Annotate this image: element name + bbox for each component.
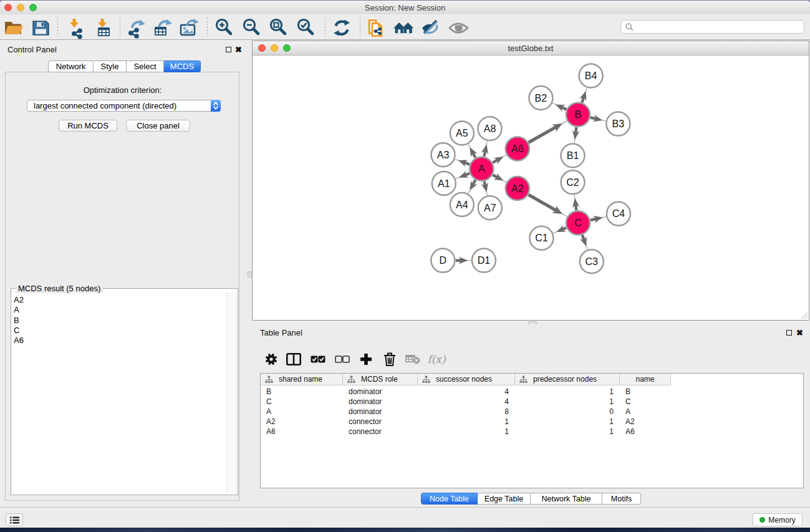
- graph-node-A8[interactable]: A8: [478, 117, 502, 140]
- memory-button[interactable]: Memory: [753, 513, 803, 526]
- graph-node-B2[interactable]: B2: [529, 86, 552, 110]
- mcds-result-item[interactable]: A2: [11, 295, 226, 305]
- mcds-result-item[interactable]: A6: [11, 336, 226, 346]
- hide-selected-button[interactable]: [420, 17, 442, 39]
- home-button[interactable]: [392, 17, 415, 39]
- table-panel-title: Table Panel: [260, 328, 302, 337]
- column-header-name[interactable]: name: [620, 374, 671, 385]
- close-panel-button[interactable]: ✖: [234, 46, 243, 54]
- table-tabs: Node TableEdge TableNetwork TableMotifs: [421, 493, 641, 505]
- zoom-out-icon: [241, 17, 264, 39]
- table-row[interactable]: A6connector11A6: [261, 427, 803, 437]
- network-window-titlebar: testGlobe.txt: [253, 41, 809, 56]
- column-header-predecessor-nodes[interactable]: predecessor nodes: [515, 374, 620, 385]
- mcds-result-item[interactable]: C: [11, 326, 226, 336]
- cell-MCDS-role: dominator: [343, 397, 418, 407]
- deselect-all-button[interactable]: [333, 351, 352, 367]
- graph-node-B1[interactable]: B1: [561, 144, 585, 168]
- svg-text:A2: A2: [511, 183, 524, 194]
- criterion-selected-value: largest connected component (directed): [27, 101, 211, 110]
- mcds-scrollbar[interactable]: [226, 292, 236, 493]
- graph-node-A6[interactable]: A6: [506, 137, 529, 161]
- export-image-button[interactable]: [178, 17, 200, 39]
- import-table-button[interactable]: [92, 17, 115, 39]
- zoom-in-button[interactable]: [214, 17, 236, 39]
- status-bar: Memory: [0, 507, 810, 528]
- view-mode-button[interactable]: [6, 513, 23, 526]
- tab-node-table[interactable]: Node Table: [421, 493, 478, 505]
- clone-network-button[interactable]: [365, 17, 387, 39]
- graph-node-C[interactable]: C: [566, 211, 590, 235]
- table-row[interactable]: Cdominator41C: [261, 397, 803, 407]
- graph-node-A4[interactable]: A4: [450, 193, 474, 216]
- export-network-button[interactable]: [125, 17, 147, 39]
- graph-node-A2[interactable]: A2: [506, 177, 529, 200]
- table-row[interactable]: Bdominator41B: [261, 387, 803, 397]
- graph-node-D[interactable]: D: [431, 249, 455, 273]
- graph-node-A3[interactable]: A3: [432, 143, 455, 167]
- close-panel-button2[interactable]: Close panel: [126, 120, 190, 132]
- save-session-button[interactable]: [29, 17, 52, 39]
- column-header-shared-name[interactable]: shared name: [261, 374, 343, 385]
- search-input[interactable]: [637, 22, 804, 31]
- svg-text:B4: B4: [585, 70, 597, 81]
- import-network-button[interactable]: [65, 17, 87, 39]
- table-settings-button[interactable]: [262, 351, 281, 367]
- open-session-button[interactable]: [2, 17, 24, 39]
- graph-node-A7[interactable]: A7: [478, 196, 502, 220]
- search-box[interactable]: [620, 20, 804, 34]
- export-table-icon: [151, 17, 173, 39]
- column-header-MCDS-role[interactable]: MCDS role: [343, 374, 418, 385]
- delete-table-button[interactable]: [403, 351, 422, 367]
- select-all-button[interactable]: [309, 351, 327, 367]
- tab-style[interactable]: Style: [94, 60, 127, 72]
- tab-edge-table[interactable]: Edge Table: [478, 493, 531, 505]
- graph-node-D1[interactable]: D1: [472, 249, 496, 273]
- tab-network-table[interactable]: Network Table: [531, 493, 602, 505]
- graph-node-C1[interactable]: C1: [529, 226, 553, 250]
- mcds-result-item[interactable]: B: [11, 316, 226, 326]
- close-table-panel-button[interactable]: ✖: [796, 329, 804, 337]
- graph-node-A1[interactable]: A1: [432, 172, 456, 195]
- tab-network[interactable]: Network: [48, 60, 94, 72]
- tab-mcds[interactable]: MCDS: [164, 60, 201, 72]
- show-all-button[interactable]: [448, 17, 470, 39]
- delete-column-icon: [383, 352, 396, 366]
- memory-label: Memory: [768, 516, 795, 525]
- zoom-selected-button[interactable]: [296, 17, 318, 39]
- table-row[interactable]: A2connector11A2: [261, 417, 803, 427]
- graph-node-B4[interactable]: B4: [579, 64, 603, 88]
- network-graph-canvas[interactable]: B4B2BB3A5A8A6B1A3AA1C2A2A4A7C4CC1C3DD1: [253, 56, 809, 320]
- criterion-dropdown[interactable]: largest connected component (directed): [27, 100, 221, 112]
- add-column-button[interactable]: [357, 351, 375, 367]
- graph-node-C2[interactable]: C2: [561, 170, 585, 194]
- control-panel: Control Panel ✖ NetworkStyleSelectMCDS O…: [0, 40, 244, 508]
- zoom-fit-button[interactable]: [268, 17, 291, 39]
- column-tree-icon: [519, 375, 528, 384]
- cell-name: A: [620, 407, 671, 417]
- export-table-button[interactable]: [151, 17, 173, 39]
- zoom-out-button[interactable]: [241, 17, 264, 39]
- mcds-result-item[interactable]: A: [11, 305, 226, 315]
- graph-node-B[interactable]: B: [566, 103, 590, 127]
- split-view-button[interactable]: [284, 351, 303, 367]
- cell-successor-nodes: 4: [418, 397, 515, 407]
- graph-node-C4[interactable]: C4: [607, 202, 630, 226]
- table-row[interactable]: Adominator80A: [261, 407, 803, 417]
- graph-node-C3[interactable]: C3: [580, 249, 604, 273]
- vertical-splitter-handle[interactable]: [248, 271, 252, 278]
- open-session-icon: [2, 17, 24, 39]
- apply-function-button[interactable]: f(x): [427, 351, 446, 367]
- graph-node-A[interactable]: A: [470, 157, 493, 181]
- run-mcds-button[interactable]: Run MCDS: [59, 120, 117, 132]
- graph-node-A5[interactable]: A5: [450, 122, 474, 145]
- refresh-button[interactable]: [330, 17, 353, 39]
- resize-grip[interactable]: [799, 311, 808, 319]
- tab-select[interactable]: Select: [127, 60, 164, 72]
- column-header-successor-nodes[interactable]: successor nodes: [418, 374, 515, 385]
- delete-column-button[interactable]: [380, 351, 399, 367]
- float-table-panel-button[interactable]: [785, 329, 793, 337]
- float-panel-button[interactable]: [224, 46, 233, 54]
- tab-motifs[interactable]: Motifs: [602, 493, 641, 505]
- graph-node-B3[interactable]: B3: [606, 112, 630, 136]
